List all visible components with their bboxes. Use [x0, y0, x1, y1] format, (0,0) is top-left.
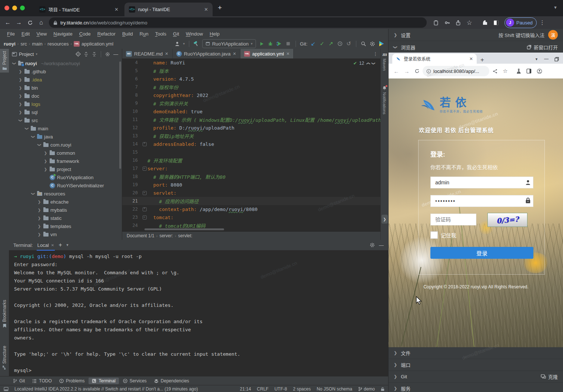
- debug-bug-icon[interactable]: [267, 41, 274, 47]
- tree-chevron-icon[interactable]: ❯: [43, 151, 48, 155]
- code-line[interactable]: 5 # 版本: [122, 67, 381, 75]
- browser-tab-project[interactable]: <t> 项目 - TitanIDE ✕: [35, 3, 123, 16]
- tree-chevron-icon[interactable]: ❯: [18, 78, 23, 82]
- status-item[interactable]: No JSON schema: [317, 386, 352, 392]
- captcha-image[interactable]: 0/3=?: [487, 213, 527, 227]
- breadcrumb-item[interactable]: ruoyi: [4, 41, 16, 47]
- git-commit-icon[interactable]: ✓: [319, 41, 325, 47]
- profile-chip[interactable]: J Paused: [504, 17, 537, 28]
- user-icon[interactable]: [174, 41, 180, 47]
- code-line[interactable]: 7 # 版权年份: [122, 83, 381, 91]
- embedded-new-tab-icon[interactable]: +: [480, 56, 484, 64]
- code-area[interactable]: 4 name: RuoYi5 # 版本6 version: 4.7.57 # 版…: [122, 58, 381, 232]
- code-line[interactable]: 10 demoEnabled: true: [122, 107, 381, 115]
- expand-panel-handle[interactable]: ❯: [382, 215, 388, 224]
- line-number[interactable]: 23: [122, 215, 141, 220]
- embedded-side-panel-icon[interactable]: [524, 66, 534, 76]
- toolwindow-structure-button[interactable]: Structure: [0, 344, 9, 372]
- editor-hscrollbar[interactable]: [144, 228, 224, 230]
- stop-icon[interactable]: [285, 41, 292, 47]
- editor-tab-application.yml[interactable]: YMLapplication.yml✕: [240, 49, 294, 58]
- tree-chevron-icon[interactable]: ❯: [43, 167, 48, 171]
- run-icon[interactable]: [259, 41, 265, 47]
- doc-breadcrumb-item[interactable]: server:: [159, 233, 173, 238]
- git-branch-widget[interactable]: demo: [358, 386, 375, 392]
- tree-item-RuoYiApplication[interactable]: CRuoYiApplication: [9, 173, 122, 181]
- extensions-puzzle-icon[interactable]: [479, 17, 490, 28]
- menu-build[interactable]: Build: [119, 31, 136, 37]
- toolwindow-toggle-icon[interactable]: [4, 387, 9, 391]
- open-new-window-button[interactable]: 新窗口打开: [527, 44, 558, 51]
- toolwindow-button-git[interactable]: Git: [10, 378, 28, 384]
- tree-item-ehcache[interactable]: ❯ehcache: [9, 198, 122, 206]
- prev-problem-icon[interactable]: ❯: [366, 62, 370, 65]
- toolwindow-project-button[interactable]: Project: [0, 49, 9, 73]
- code-line[interactable]: 11 # 文件路径 示例 ( Windows配置D:/ruoyi/uploadP…: [122, 115, 381, 124]
- titanide-logo-icon[interactable]: [378, 41, 384, 47]
- hide-panel-icon[interactable]: —: [113, 51, 119, 57]
- code-line[interactable]: 13 # 获取ip地址开关: [122, 132, 381, 140]
- tab-close-icon[interactable]: ✕: [114, 7, 119, 12]
- project-view-chevron-icon[interactable]: ▾: [36, 52, 37, 56]
- login-submit-button[interactable]: 登录: [430, 247, 533, 259]
- code-line[interactable]: 8 copyrightYear: 2022: [122, 91, 381, 99]
- mac-close-button[interactable]: [4, 6, 9, 10]
- fold-marker[interactable]: −: [141, 191, 147, 195]
- tree-item-templates[interactable]: ❯templates: [9, 222, 122, 230]
- embedded-share-icon[interactable]: [490, 66, 500, 76]
- status-item[interactable]: UTF-8: [274, 386, 287, 392]
- embedded-restore-icon[interactable]: [554, 57, 559, 61]
- embedded-forward-icon[interactable]: →: [402, 66, 412, 76]
- tree-chevron-icon[interactable]: ❯: [37, 143, 41, 147]
- code-line[interactable]: 21 # 应用的访问路径: [122, 197, 381, 205]
- toolwindow-button-services[interactable]: Services: [120, 378, 150, 384]
- run-with-coverage-icon[interactable]: [276, 41, 283, 47]
- tree-item-vm[interactable]: ❯vm: [9, 230, 122, 238]
- embedded-address-bar[interactable]: localhost:8080/app/...: [423, 66, 489, 76]
- tree-item-bin[interactable]: ❯bin: [9, 84, 122, 92]
- menu-view[interactable]: View: [33, 31, 50, 37]
- code-line[interactable]: 12 profile: D:/ruoyi/uploadPath: [122, 124, 381, 132]
- line-number[interactable]: 16: [122, 158, 141, 163]
- status-item[interactable]: 21:14: [240, 386, 251, 392]
- tree-item-.idea[interactable]: ❯.idea: [9, 76, 122, 84]
- tree-item-logs[interactable]: ❯logs: [9, 100, 122, 108]
- tree-item-common[interactable]: ❯common: [9, 149, 122, 157]
- tree-item-mybatis[interactable]: ❯mybatis: [9, 206, 122, 214]
- terminal-minimize-icon[interactable]: —: [379, 242, 384, 248]
- line-number[interactable]: 20: [122, 190, 141, 195]
- code-line[interactable]: 14⌃ addressEnabled: false: [122, 140, 381, 148]
- inspections-widget[interactable]: ✔ 12 ❯ ❯: [353, 61, 375, 66]
- bookmark-star-icon[interactable]: ☆: [464, 17, 475, 28]
- toolwindow-bookmarks-button[interactable]: Bookmarks: [0, 298, 9, 330]
- line-number[interactable]: 17: [122, 166, 141, 171]
- address-bar[interactable]: try.titanide.cn/ide/web/coding/ruoyi/dem…: [49, 17, 427, 28]
- toolwindow-button-dependencies[interactable]: Dependencies: [151, 378, 193, 384]
- tree-chevron-icon[interactable]: ❯: [37, 224, 41, 228]
- embedded-tabs-chevron-icon[interactable]: ▼: [535, 56, 538, 61]
- code-line[interactable]: 16# 开发环境配置: [122, 156, 381, 164]
- collapse-all-icon[interactable]: [91, 51, 97, 57]
- tree-chevron-icon[interactable]: ❯: [37, 200, 41, 204]
- tree-chevron-icon[interactable]: ❯: [12, 61, 16, 66]
- embedded-back-icon[interactable]: ←: [392, 66, 401, 76]
- tab-close-icon[interactable]: ✕: [286, 51, 290, 56]
- locate-file-icon[interactable]: [75, 51, 81, 57]
- tree-item-main[interactable]: ❯main: [9, 124, 122, 133]
- fold-marker[interactable]: ⌃: [141, 207, 147, 211]
- tab-close-icon[interactable]: ✕: [204, 7, 208, 12]
- breadcrumb-item[interactable]: src: [20, 41, 27, 47]
- tree-chevron-icon[interactable]: ❯: [18, 94, 23, 98]
- line-number[interactable]: 8: [122, 93, 141, 98]
- tree-chevron-icon[interactable]: ❯: [18, 86, 23, 90]
- doc-breadcrumb-item[interactable]: Document 1/1: [127, 233, 154, 238]
- tree-item-java[interactable]: ❯java: [9, 133, 122, 141]
- line-number[interactable]: 18: [122, 174, 141, 179]
- status-message[interactable]: Localized IntelliJ IDEA 2022.2.2 is avai…: [14, 386, 234, 392]
- tree-chevron-icon[interactable]: ❯: [18, 70, 23, 74]
- build-hammer-icon[interactable]: [193, 41, 200, 47]
- expand-all-icon[interactable]: [83, 51, 89, 57]
- line-number[interactable]: 12: [122, 125, 141, 130]
- forward-icon[interactable]: →: [13, 17, 24, 28]
- tree-item-doc[interactable]: ❯doc: [9, 92, 122, 100]
